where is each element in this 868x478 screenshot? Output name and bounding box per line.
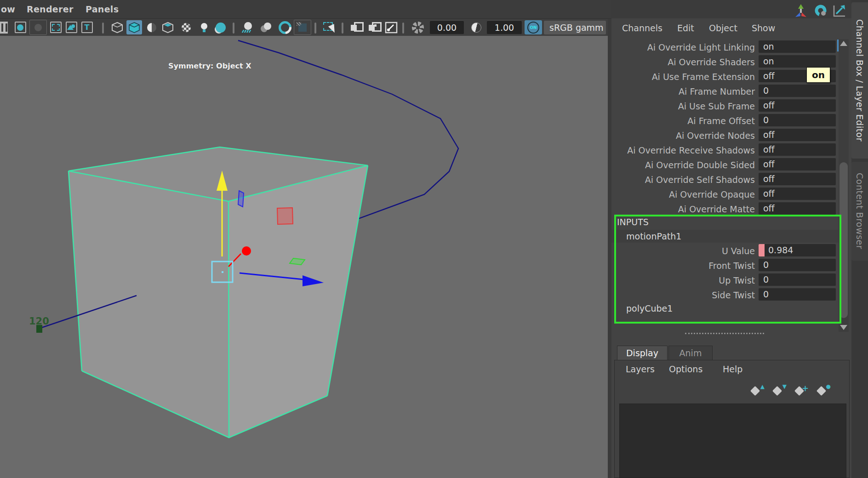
menu-item-ow[interactable]: ow (1, 4, 15, 14)
channel-value-field[interactable]: off (759, 158, 836, 171)
channel-box-toggle-icon[interactable] (832, 4, 848, 20)
channel-value-field[interactable]: off (759, 173, 836, 185)
channel-value-field[interactable]: 0 (759, 259, 836, 271)
camera-icon[interactable] (13, 21, 28, 34)
film-strip-icon[interactable] (0, 21, 8, 34)
menu-item-panels[interactable]: Panels (86, 4, 119, 14)
viewport-3d[interactable]: Symmetry: Object X 120 (0, 36, 608, 478)
side-tab-content-browser[interactable]: Content Browser (851, 162, 868, 261)
attribute-editor-icon[interactable] (814, 4, 828, 20)
tab-anim[interactable]: Anim (668, 346, 713, 360)
channel-value-field[interactable]: on (759, 55, 836, 68)
resolution-gate-icon[interactable] (49, 21, 63, 34)
channel-menu-object[interactable]: Object (709, 23, 737, 33)
channel-label: Ai Override Matte (611, 204, 755, 214)
scroll-thumb[interactable] (839, 162, 848, 318)
channel-scrollbar[interactable] (839, 39, 849, 332)
input-node-motionpath1[interactable]: motionPath1 (611, 230, 839, 243)
viewport-toolbar: T0.001.00ONsRGB gamm (0, 19, 608, 36)
film-gate-icon[interactable] (64, 21, 78, 34)
move-layer-down-icon[interactable]: ▼ (773, 384, 787, 397)
channel-label: Ai Use Sub Frame (611, 101, 755, 111)
channel-row: Ai Override Nodesoff (611, 129, 841, 143)
motion-blur-icon[interactable] (259, 21, 274, 34)
channel-label: Ai Use Frame Extension (611, 72, 755, 82)
input-attr-row: Front Twist0 (611, 259, 841, 273)
channel-label: Ai Override Double Sided (611, 160, 755, 170)
menu-item-renderer[interactable]: Renderer (27, 4, 74, 14)
tab-display[interactable]: Display (617, 346, 668, 360)
textured-icon[interactable] (161, 21, 175, 34)
layer-menu-layers[interactable]: Layers (626, 364, 655, 374)
scene-canvas (0, 36, 608, 478)
channel-value-field[interactable]: 0 (759, 114, 836, 126)
cube-right-face (228, 165, 368, 438)
new-empty-layer-icon[interactable]: + (795, 384, 809, 397)
separator (314, 21, 316, 34)
separator (102, 21, 104, 34)
channel-label: Side Twist (611, 290, 755, 300)
isolate-select-icon[interactable] (321, 21, 338, 34)
texture-borders-icon[interactable]: T (80, 21, 94, 34)
xy-plane-handle (238, 191, 244, 207)
wireframe-cube-icon[interactable] (110, 21, 124, 34)
gamma-icon[interactable] (469, 21, 483, 34)
exposure-icon[interactable] (411, 21, 425, 34)
anti-alias-icon[interactable] (293, 21, 312, 34)
new-layer-assign-icon[interactable]: ● (817, 384, 831, 397)
separator (402, 21, 404, 34)
ssao-icon[interactable] (278, 21, 292, 34)
channel-row: Ai Override Self Shadowsoff (611, 173, 841, 188)
channel-label: Ai Override Nodes (611, 131, 755, 141)
pan-zoom-region-icon[interactable] (367, 21, 382, 34)
channel-value-field[interactable]: off (759, 202, 836, 215)
image-plane-icon[interactable] (384, 21, 399, 34)
channel-value-field[interactable]: 0.984 (759, 244, 836, 256)
channel-menu-edit[interactable]: Edit (677, 23, 694, 33)
channel-menu-channels[interactable]: Channels (622, 23, 662, 33)
channel-value-field[interactable]: 0 (759, 85, 836, 97)
channel-value-field[interactable]: 0 (759, 273, 836, 286)
channel-row: Ai Override Double Sidedoff (611, 158, 841, 173)
layer-menu-options[interactable]: Options (669, 364, 702, 374)
side-tab-channel-box[interactable]: Channel Box / Layer Editor (851, 2, 868, 159)
input-node-polycube1[interactable]: polyCube1 (611, 302, 839, 315)
channel-value-field[interactable]: off (759, 99, 836, 112)
view-transform-select[interactable]: sRGB gamm (544, 21, 606, 34)
channel-label: Up Twist (611, 275, 755, 285)
display-layers-list[interactable] (619, 404, 846, 478)
channel-label: Ai Frame Offset (611, 116, 755, 126)
gate-mask-icon[interactable] (29, 21, 47, 34)
exposure-field[interactable]: 0.00 (430, 21, 464, 34)
light-bulb-icon[interactable] (197, 21, 211, 34)
smooth-shade-all-icon[interactable] (126, 21, 143, 34)
input-attr-row: Side Twist0 (611, 288, 841, 303)
channel-label: Ai Override Opaque (611, 189, 755, 199)
channel-label: Ai Override Shaders (611, 57, 755, 67)
scroll-down-arrow[interactable] (840, 325, 847, 330)
lighting-sphere-icon[interactable] (213, 21, 228, 34)
symmetry-status-label: Symmetry: Object X (168, 62, 251, 70)
shadows-icon[interactable] (240, 21, 255, 34)
scroll-up-arrow[interactable] (840, 41, 847, 46)
channel-label: U Value (611, 246, 755, 256)
tool-settings-icon[interactable] (794, 4, 808, 20)
channel-row: Ai Frame Number0 (611, 85, 841, 99)
channel-row: Ai Frame Offset0 (611, 114, 841, 129)
channel-value-field[interactable]: 0 (759, 288, 836, 301)
channel-value-field[interactable]: off (759, 143, 836, 156)
gamma-field[interactable]: 1.00 (487, 21, 522, 34)
layer-menu-help[interactable]: Help (723, 364, 742, 374)
channel-menu-show[interactable]: Show (752, 23, 775, 33)
channel-value-field[interactable]: off (759, 188, 836, 200)
channel-value-field[interactable]: on (759, 40, 836, 53)
panel-splitter-handle[interactable] (685, 333, 764, 334)
exposure-toggle-button[interactable]: ON (525, 21, 542, 34)
default-material-icon[interactable] (145, 21, 159, 34)
pan-zoom-icon[interactable] (349, 21, 364, 34)
plane-handle-red (277, 208, 293, 224)
channel-value-field[interactable]: off (759, 129, 836, 141)
move-layer-up-icon[interactable]: ▲ (751, 384, 765, 397)
value-tooltip: on (806, 67, 830, 83)
use-all-lights-icon[interactable] (179, 21, 193, 34)
